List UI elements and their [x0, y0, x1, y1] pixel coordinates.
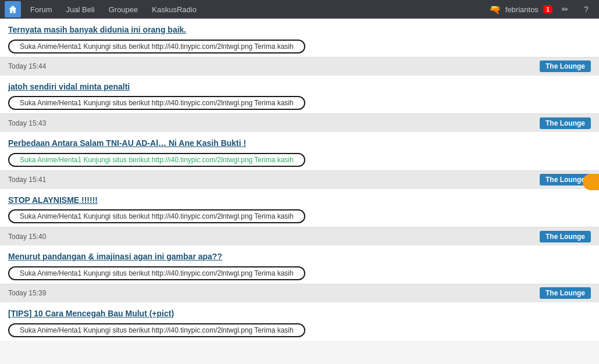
- top-navigation: Forum Jual Beli Groupee KaskusRadio 🔫 fe…: [0, 0, 599, 19]
- thread-snippet: Suka Anime/Henta1 Kunjungi situs berikut…: [8, 209, 305, 223]
- thread-snippet-wrap: Suka Anime/Henta1 Kunjungi situs berikut…: [8, 153, 591, 167]
- thread-time: Today 15:39: [8, 289, 46, 297]
- thread-item: [TIPS] 10 Cara Mencegah Bau Mulut (+pict…: [0, 302, 599, 341]
- thread-time: Today 15:41: [8, 176, 46, 184]
- home-icon: [8, 5, 17, 14]
- thread-time: Today 15:40: [8, 233, 46, 241]
- thread-separator: Today 15:44The Lounge: [0, 57, 599, 76]
- thread-time: Today 15:44: [8, 62, 46, 70]
- thread-separator: Today 15:41The Lounge: [0, 170, 599, 189]
- thread-snippet: Suka Anime/Henta1 Kunjungi situs berikut…: [8, 96, 305, 110]
- help-icon[interactable]: ?: [578, 1, 594, 17]
- thread-snippet-wrap: Suka Anime/Henta1 Kunjungi situs berikut…: [8, 40, 591, 53]
- thread-item: Menurut pandangan & imajinasi agan ini g…: [0, 245, 599, 284]
- thread-snippet-wrap: Suka Anime/Henta1 Kunjungi situs berikut…: [8, 266, 591, 280]
- thread-snippet-wrap: Suka Anime/Henta1 Kunjungi situs berikut…: [8, 209, 591, 223]
- category-button[interactable]: The Lounge: [540, 60, 591, 72]
- category-button[interactable]: The Lounge: [540, 231, 591, 242]
- thread-item: Perbedaan Antara Salam TNI-AU AD-Al… Ni …: [0, 132, 599, 170]
- thread-title[interactable]: [TIPS] 10 Cara Mencegah Bau Mulut (+pict…: [8, 309, 174, 318]
- thread-item: Ternyata masih banyak didunia ini orang …: [0, 19, 599, 57]
- thread-time: Today 15:43: [8, 119, 46, 127]
- thread-title[interactable]: Ternyata masih banyak didunia ini orang …: [8, 25, 186, 34]
- category-button[interactable]: The Lounge: [540, 117, 591, 129]
- sticky-circle[interactable]: [583, 174, 599, 190]
- thread-snippet-wrap: Suka Anime/Henta1 Kunjungi situs berikut…: [8, 96, 591, 110]
- nav-jual-beli[interactable]: Jual Beli: [59, 0, 102, 19]
- thread-snippet: Suka Anime/Henta1 Kunjungi situs berikut…: [8, 153, 305, 167]
- thread-snippet: Suka Anime/Henta1 Kunjungi situs berikut…: [8, 323, 305, 337]
- nav-right: 🔫 febriantos 1 ✏ ?: [489, 1, 594, 17]
- category-button[interactable]: The Lounge: [540, 287, 591, 299]
- thread-title[interactable]: Menurut pandangan & imajinasi agan ini g…: [8, 252, 222, 261]
- thread-separator: Today 15:43The Lounge: [0, 113, 599, 132]
- nav-forum[interactable]: Forum: [23, 0, 59, 19]
- thread-item: jatoh sendiri vidal minta penaltiSuka An…: [0, 76, 599, 114]
- thread-snippet-wrap: Suka Anime/Henta1 Kunjungi situs berikut…: [8, 323, 591, 337]
- thread-snippet: Suka Anime/Henta1 Kunjungi situs berikut…: [8, 40, 305, 53]
- thread-snippet: Suka Anime/Henta1 Kunjungi situs berikut…: [8, 266, 305, 280]
- home-button[interactable]: [5, 1, 21, 17]
- username[interactable]: febriantos: [505, 5, 539, 14]
- thread-separator: Today 15:39The Lounge: [0, 284, 599, 302]
- gun-icon: 🔫: [489, 4, 501, 15]
- thread-item: STOP ALAYNISME !!!!!!Suka Anime/Henta1 K…: [0, 189, 599, 227]
- thread-title[interactable]: jatoh sendiri vidal minta penalti: [8, 82, 130, 91]
- notification-badge[interactable]: 1: [543, 5, 552, 13]
- nav-groupee[interactable]: Groupee: [102, 0, 145, 19]
- thread-list: Ternyata masih banyak didunia ini orang …: [0, 19, 599, 341]
- nav-kaskusradio[interactable]: KaskusRadio: [145, 0, 204, 19]
- pencil-icon[interactable]: ✏: [557, 1, 573, 17]
- thread-title[interactable]: Perbedaan Antara Salam TNI-AU AD-Al… Ni …: [8, 138, 246, 148]
- thread-title[interactable]: STOP ALAYNISME !!!!!!: [8, 195, 98, 205]
- thread-separator: Today 15:40The Lounge: [0, 227, 599, 245]
